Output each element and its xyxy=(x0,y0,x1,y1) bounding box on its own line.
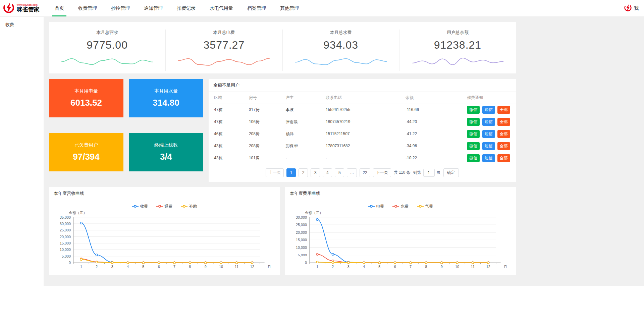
goto-page-input[interactable] xyxy=(423,169,435,177)
stat-monthly-electricity-fee: 本月总电费 3577.27 xyxy=(165,30,282,71)
low-balance-users-card: 余额不足用户 区域 房号 户主 联系电话 余额 催费通知 xyxy=(209,79,516,182)
legend-item[interactable]: 收费 xyxy=(132,204,148,209)
sms-notify-button[interactable]: 短信 xyxy=(482,154,495,162)
svg-text:9: 9 xyxy=(205,265,207,269)
sidebar-item-charging[interactable]: 收费 xyxy=(0,17,44,33)
column-header-area: 区域 xyxy=(209,92,246,104)
wechat-notify-button[interactable]: 微信 xyxy=(467,118,480,126)
svg-text:12: 12 xyxy=(250,265,254,269)
wechat-notify-button[interactable]: 微信 xyxy=(467,130,480,138)
all-notify-button[interactable]: 全部 xyxy=(497,130,510,138)
stat-sparkline xyxy=(49,52,165,71)
nav-item-meter-control[interactable]: 抄控管理 xyxy=(104,0,137,16)
svg-text:10: 10 xyxy=(455,265,459,269)
revenue-chart-title: 本年度营收曲线 xyxy=(49,187,280,200)
all-notify-button[interactable]: 全部 xyxy=(497,106,510,114)
confirm-button[interactable]: 确定 xyxy=(443,168,459,177)
revenue-chart-card: 本年度营收曲线 收费退费补助 05,00010,00015,00020,0002… xyxy=(49,187,280,275)
cell-owner: 张雨晨 xyxy=(282,116,322,128)
svg-text:4: 4 xyxy=(363,265,365,269)
svg-text:0: 0 xyxy=(69,261,71,265)
cell-owner: 李波 xyxy=(282,104,322,116)
sms-notify-button[interactable]: 短信 xyxy=(482,142,495,150)
sms-notify-button[interactable]: 短信 xyxy=(482,130,495,138)
nav-item-notice-management[interactable]: 通知管理 xyxy=(137,0,170,16)
all-notify-button[interactable]: 全部 xyxy=(497,142,510,150)
user-menu[interactable]: 我 xyxy=(624,0,639,16)
cell-room: 101房 xyxy=(246,152,282,164)
wechat-notify-button[interactable]: 微信 xyxy=(467,142,480,150)
next-page-button[interactable]: 下一页 xyxy=(373,168,391,177)
page-ellipsis[interactable]: … xyxy=(347,168,357,177)
nav-item-archive-management[interactable]: 档案管理 xyxy=(240,0,273,16)
sms-notify-button[interactable]: 短信 xyxy=(482,106,495,114)
cell-balance: -41.22 xyxy=(402,128,464,140)
table-row: 47栋 106房 张雨晨 18074570219 -44.20 微信 短信 全部 xyxy=(209,116,516,128)
expense-chart-title: 本年度费用曲线 xyxy=(285,187,516,200)
nav-item-charge-management[interactable]: 收费管理 xyxy=(71,0,104,16)
all-notify-button[interactable]: 全部 xyxy=(497,154,510,162)
page-button-1[interactable]: 1 xyxy=(286,168,296,177)
prev-page-button[interactable]: 上一页 xyxy=(266,168,284,177)
brand-lightning-icon xyxy=(3,2,15,15)
tile-value: 97/394 xyxy=(73,152,100,162)
svg-text:11: 11 xyxy=(471,265,475,269)
column-header-room: 房号 xyxy=(246,92,282,104)
cell-balance: -116.66 xyxy=(402,104,464,116)
page-button-5[interactable]: 5 xyxy=(335,168,344,177)
svg-text:30,000: 30,000 xyxy=(296,215,307,219)
stat-value: 9775.00 xyxy=(49,39,165,51)
legend-item[interactable]: 气费 xyxy=(417,204,433,209)
cell-room: 317房 xyxy=(246,104,282,116)
svg-text:10,000: 10,000 xyxy=(296,246,307,250)
svg-text:10: 10 xyxy=(219,265,223,269)
table-card-title: 余额不足用户 xyxy=(209,79,516,92)
legend-item[interactable]: 退费 xyxy=(156,204,173,209)
nav-item-deduction-records[interactable]: 扣费记录 xyxy=(170,0,203,16)
top-header: www.csyndb.com 咪雀管家 首页 收费管理 抄控管理 通知管理 扣费… xyxy=(0,0,644,17)
cell-phone: 15526170255 xyxy=(322,104,402,116)
nav-item-other-management[interactable]: 其他管理 xyxy=(273,0,306,16)
svg-text:8: 8 xyxy=(189,265,191,269)
stat-label: 用户总余额 xyxy=(399,30,516,36)
cell-owner: - xyxy=(282,152,322,164)
nav-item-home[interactable]: 首页 xyxy=(48,0,71,16)
table-row: 43栋 101房 - - -10.22 微信 短信 全部 xyxy=(209,152,516,164)
wechat-notify-button[interactable]: 微信 xyxy=(467,106,480,114)
brand-logo[interactable]: www.csyndb.com 咪雀管家 xyxy=(3,0,44,16)
legend-item[interactable]: 补助 xyxy=(181,204,197,209)
column-header-balance: 余额 xyxy=(402,92,464,104)
svg-text:7: 7 xyxy=(410,265,412,269)
user-menu-label: 我 xyxy=(634,5,639,11)
tile-label: 本月用电量 xyxy=(74,88,98,94)
page-button-4[interactable]: 4 xyxy=(323,168,332,177)
svg-text:0: 0 xyxy=(305,261,307,265)
stat-monthly-revenue: 本月总营收 9775.00 xyxy=(49,30,165,71)
table-row: 47栋 317房 李波 15526170255 -116.66 微信 短信 全部 xyxy=(209,104,516,116)
svg-text:1: 1 xyxy=(80,265,82,269)
stat-label: 本月总电费 xyxy=(166,30,282,36)
tile-label: 终端上线数 xyxy=(154,142,178,148)
nav-item-utility-usage[interactable]: 水电气用量 xyxy=(203,0,240,16)
all-notify-button[interactable]: 全部 xyxy=(497,118,510,126)
stat-sparkline xyxy=(166,52,282,71)
page-button-2[interactable]: 2 xyxy=(299,168,308,177)
wechat-notify-button[interactable]: 微信 xyxy=(467,154,480,162)
page-button-22[interactable]: 22 xyxy=(360,168,370,177)
expense-chart-card: 本年度费用曲线 电费水费气费 05,00010,00015,00020,0002… xyxy=(285,187,516,275)
cell-balance: -10.22 xyxy=(402,152,464,164)
cell-area: 43栋 xyxy=(209,140,246,152)
svg-text:2: 2 xyxy=(332,265,334,269)
svg-text:6: 6 xyxy=(394,265,396,269)
stat-monthly-water-fee: 本月总水费 934.03 xyxy=(282,30,399,71)
sms-notify-button[interactable]: 短信 xyxy=(482,118,495,126)
cell-phone: 18074570219 xyxy=(322,116,402,128)
sidebar: 收费 xyxy=(0,17,44,286)
legend-item[interactable]: 水费 xyxy=(392,204,409,209)
legend-item[interactable]: 电费 xyxy=(368,204,384,209)
stat-value: 3577.27 xyxy=(166,39,282,51)
tile-value: 3/4 xyxy=(160,152,172,162)
svg-text:4: 4 xyxy=(127,265,129,269)
page-button-3[interactable]: 3 xyxy=(311,168,320,177)
main-nav: 首页 收费管理 抄控管理 通知管理 扣费记录 水电气用量 档案管理 其他管理 xyxy=(48,0,306,16)
